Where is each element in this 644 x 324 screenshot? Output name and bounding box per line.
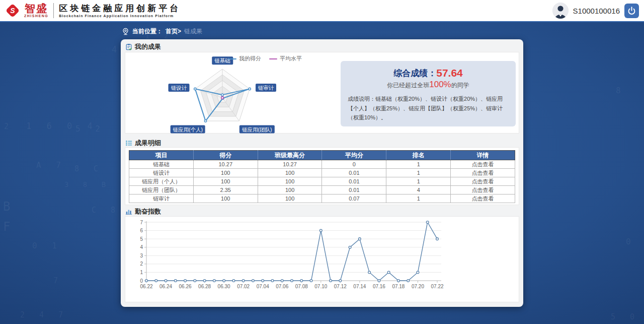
table-cell: 10.27 <box>258 160 322 169</box>
table-cell: 1 <box>386 177 451 186</box>
radar-chart: 链基础链审计链应用(团队)链应用(个人)链设计 <box>134 52 315 133</box>
svg-text:S: S <box>10 7 15 15</box>
table-cell: 链应用（个人） <box>129 177 194 186</box>
logo-text: 智盛 <box>25 3 48 14</box>
surpass-line: 你已经超过全班100%的同学 <box>341 80 516 90</box>
background-glyph: C 8 <box>92 206 120 215</box>
table-cell: 链基础 <box>129 160 194 169</box>
table-cell: 4 <box>386 186 451 195</box>
logo-link[interactable]: S 智盛 ZHISHENG 区块链金融应用创新平台 Blockchain Fin… <box>5 0 181 21</box>
user-id: S1000100016 <box>573 7 620 15</box>
table-header-cell: 排名 <box>386 151 451 160</box>
svg-text:07.16: 07.16 <box>373 284 385 289</box>
svg-text:5: 5 <box>140 236 143 242</box>
platform-title: 区块链金融应用创新平台 <box>59 4 181 14</box>
background-glyph: 1 6 0 4 <box>26 121 98 131</box>
table-cell: 0.01 <box>322 169 386 177</box>
radar-axis-label: 链应用(个人) <box>170 125 205 133</box>
table-header-cell: 得分 <box>193 151 258 160</box>
breadcrumb: 当前位置： 首页> 链成果 <box>122 27 202 36</box>
view-detail-link[interactable]: 点击查看 <box>451 160 515 169</box>
user-avatar[interactable] <box>552 3 569 19</box>
score-label: 综合成绩： <box>393 69 436 78</box>
main-panel: 我的成果 链基础链审计链应用(团队)链应用(个人)链设计 我的得分平均水平 综合… <box>121 39 523 307</box>
table-cell: 1 <box>386 160 451 169</box>
table-header-cell: 详情 <box>451 151 515 160</box>
table-row: 链审计1001000.071点击查看 <box>129 195 515 203</box>
background-glyph: 0 1 <box>32 241 62 250</box>
view-detail-link[interactable]: 点击查看 <box>451 186 515 195</box>
logout-button[interactable] <box>624 4 639 18</box>
logo-subtext: ZHISHENG <box>24 14 48 18</box>
section-title-achievement: 我的成果 <box>125 42 161 51</box>
breadcrumb-home-link[interactable]: 首页> <box>166 27 181 36</box>
svg-text:07.04: 07.04 <box>257 284 269 289</box>
background-glyph: 8 <box>616 86 626 95</box>
svg-text:07.18: 07.18 <box>392 284 405 289</box>
view-detail-link[interactable]: 点击查看 <box>451 195 515 203</box>
table-cell: 0.07 <box>322 195 386 203</box>
background-glyph: 7 <box>53 276 63 285</box>
section-title-text: 我的成果 <box>135 42 161 51</box>
table-cell: 100 <box>258 169 322 177</box>
view-detail-link[interactable]: 点击查看 <box>451 177 515 186</box>
svg-text:06.24: 06.24 <box>159 284 172 289</box>
table-cell: 100 <box>193 169 258 177</box>
achievement-box: 链基础链审计链应用(团队)链应用(个人)链设计 我的得分平均水平 综合成绩：57… <box>125 52 519 134</box>
legend-marker <box>228 58 236 59</box>
table-cell: 100 <box>193 177 258 186</box>
radar-legend: 我的得分平均水平 <box>228 55 302 62</box>
svg-text:07.06: 07.06 <box>276 284 288 289</box>
section-title-diligence: 勤奋指数 <box>125 207 161 216</box>
radar-axis-label: 链设计 <box>169 84 190 92</box>
svg-text:07.02: 07.02 <box>237 284 250 289</box>
table-row: 链设计1001000.011点击查看 <box>129 169 515 177</box>
table-cell: 0.01 <box>322 177 386 186</box>
diligence-box: 0123456706.2206.2406.2606.2806.3007.0207… <box>125 216 519 302</box>
location-pin-icon <box>122 28 129 35</box>
svg-text:4: 4 <box>140 244 143 250</box>
power-icon <box>627 7 636 15</box>
svg-text:3: 3 <box>140 253 143 258</box>
line-chart: 0123456706.2206.2406.2606.2806.3007.0207… <box>125 218 519 300</box>
svg-text:07.22: 07.22 <box>431 284 443 289</box>
background-glyph: F <box>3 220 15 234</box>
svg-text:06.26: 06.26 <box>179 284 192 289</box>
background-glyph: A 7 <box>36 160 66 170</box>
section-title-text: 成果明细 <box>135 139 161 148</box>
table-cell: 链审计 <box>129 195 194 203</box>
svg-text:07.08: 07.08 <box>295 284 308 289</box>
table-header-cell: 项目 <box>129 151 194 160</box>
section-title-text: 勤奋指数 <box>135 207 161 216</box>
list-icon <box>125 140 132 147</box>
breadcrumb-label: 当前位置： <box>132 27 163 36</box>
table-header-row: 项目得分班级最高分平均分排名详情 <box>129 151 515 160</box>
svg-text:07.14: 07.14 <box>353 284 366 289</box>
table-row: 链基础10.2710.2701点击查看 <box>129 160 515 169</box>
svg-text:06.22: 06.22 <box>140 284 152 289</box>
score-value: 57.64 <box>436 67 463 79</box>
background-glyph: 2 <box>4 122 14 131</box>
detail-table-body: 链基础10.2710.2701点击查看链设计1001000.011点击查看链应用… <box>129 160 515 203</box>
legend-label: 平均水平 <box>280 55 302 62</box>
detail-box: 项目得分班级最高分平均分排名详情 链基础10.2710.2701点击查看链设计1… <box>125 147 519 205</box>
legend-item[interactable]: 平均水平 <box>269 55 302 62</box>
app-header: S 智盛 ZHISHENG 区块链金融应用创新平台 Blockchain Fin… <box>0 0 644 22</box>
clipboard-icon <box>125 43 132 50</box>
bar-chart-icon <box>125 208 132 215</box>
legend-label: 我的得分 <box>239 55 261 62</box>
score-card: 综合成绩：57.64 你已经超过全班100%的同学 成绩说明：链基础（权重20%… <box>341 61 516 126</box>
logo-divider <box>53 3 54 18</box>
breadcrumb-current: 链成果 <box>184 27 202 36</box>
legend-item[interactable]: 我的得分 <box>228 55 261 62</box>
svg-text:06.28: 06.28 <box>198 284 211 289</box>
background-glyph: 5 2 <box>75 124 105 134</box>
svg-text:6: 6 <box>140 228 143 233</box>
table-cell: 100 <box>258 195 322 203</box>
radar-axis-label: 链应用(团队) <box>239 125 275 133</box>
platform-subtitle: Blockchain Finance Application Innovatio… <box>59 14 181 18</box>
table-header-cell: 平均分 <box>322 151 386 160</box>
table-cell: 链应用（团队） <box>129 186 194 195</box>
view-detail-link[interactable]: 点击查看 <box>451 169 515 177</box>
svg-text:7: 7 <box>140 220 143 225</box>
